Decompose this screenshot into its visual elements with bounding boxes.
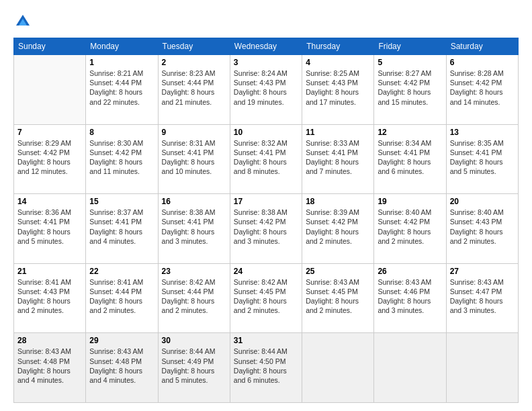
day-info: Sunrise: 8:41 AMSunset: 4:43 PMDaylight:… (17, 277, 82, 316)
day-info: Sunrise: 8:43 AMSunset: 4:48 PMDaylight:… (89, 347, 154, 385)
day-cell: 20Sunrise: 8:40 AMSunset: 4:43 PMDayligh… (446, 194, 518, 264)
day-cell: 31Sunrise: 8:44 AMSunset: 4:50 PMDayligh… (230, 333, 302, 403)
day-number: 4 (306, 58, 370, 67)
day-number: 16 (162, 197, 226, 206)
day-info: Sunrise: 8:28 AMSunset: 4:42 PMDaylight:… (450, 68, 515, 107)
day-cell (446, 333, 518, 403)
logo-icon (13, 12, 32, 31)
day-number: 23 (162, 267, 226, 276)
day-info: Sunrise: 8:21 AMSunset: 4:44 PMDaylight:… (89, 68, 154, 107)
day-info: Sunrise: 8:32 AMSunset: 4:41 PMDaylight:… (234, 138, 298, 177)
day-cell: 22Sunrise: 8:41 AMSunset: 4:44 PMDayligh… (86, 263, 158, 333)
day-cell: 10Sunrise: 8:32 AMSunset: 4:41 PMDayligh… (230, 124, 302, 194)
day-info: Sunrise: 8:38 AMSunset: 4:42 PMDaylight:… (234, 208, 298, 246)
week-row-1: 1Sunrise: 8:21 AMSunset: 4:44 PMDaylight… (14, 55, 519, 125)
day-number: 26 (378, 267, 442, 276)
weekday-header-thursday: Thursday (302, 38, 374, 55)
day-number: 7 (17, 128, 82, 137)
week-row-4: 21Sunrise: 8:41 AMSunset: 4:43 PMDayligh… (14, 263, 519, 333)
week-row-3: 14Sunrise: 8:36 AMSunset: 4:41 PMDayligh… (14, 194, 519, 264)
day-info: Sunrise: 8:39 AMSunset: 4:42 PMDaylight:… (306, 208, 370, 246)
weekday-header-tuesday: Tuesday (158, 38, 230, 55)
day-number: 2 (162, 58, 226, 67)
weekday-header-monday: Monday (86, 38, 158, 55)
day-info: Sunrise: 8:34 AMSunset: 4:41 PMDaylight:… (378, 138, 442, 177)
day-info: Sunrise: 8:25 AMSunset: 4:43 PMDaylight:… (306, 68, 370, 107)
calendar-table: SundayMondayTuesdayWednesdayThursdayFrid… (13, 38, 519, 403)
day-cell: 12Sunrise: 8:34 AMSunset: 4:41 PMDayligh… (374, 124, 446, 194)
day-info: Sunrise: 8:33 AMSunset: 4:41 PMDaylight:… (306, 138, 370, 177)
weekday-header-friday: Friday (374, 38, 446, 55)
day-cell: 19Sunrise: 8:40 AMSunset: 4:42 PMDayligh… (374, 194, 446, 264)
day-cell: 13Sunrise: 8:35 AMSunset: 4:41 PMDayligh… (446, 124, 518, 194)
day-number: 11 (306, 128, 370, 137)
day-number: 20 (450, 197, 515, 206)
weekday-header-saturday: Saturday (446, 38, 518, 55)
header (13, 12, 519, 31)
day-number: 19 (378, 197, 442, 206)
day-cell: 26Sunrise: 8:43 AMSunset: 4:46 PMDayligh… (374, 263, 446, 333)
day-info: Sunrise: 8:42 AMSunset: 4:45 PMDaylight:… (234, 277, 298, 316)
day-cell: 18Sunrise: 8:39 AMSunset: 4:42 PMDayligh… (302, 194, 374, 264)
day-cell: 1Sunrise: 8:21 AMSunset: 4:44 PMDaylight… (86, 55, 158, 125)
day-info: Sunrise: 8:30 AMSunset: 4:42 PMDaylight:… (89, 138, 154, 177)
day-info: Sunrise: 8:43 AMSunset: 4:47 PMDaylight:… (450, 277, 515, 316)
day-number: 22 (89, 267, 154, 276)
day-number: 10 (234, 128, 298, 137)
day-cell: 3Sunrise: 8:24 AMSunset: 4:43 PMDaylight… (230, 55, 302, 125)
day-cell: 7Sunrise: 8:29 AMSunset: 4:42 PMDaylight… (14, 124, 86, 194)
day-info: Sunrise: 8:38 AMSunset: 4:41 PMDaylight:… (162, 208, 226, 246)
day-cell (14, 55, 86, 125)
day-number: 5 (378, 58, 442, 67)
day-cell: 5Sunrise: 8:27 AMSunset: 4:42 PMDaylight… (374, 55, 446, 125)
day-number: 21 (17, 267, 82, 276)
day-number: 9 (162, 128, 226, 137)
day-info: Sunrise: 8:35 AMSunset: 4:41 PMDaylight:… (450, 138, 515, 177)
day-cell: 30Sunrise: 8:44 AMSunset: 4:49 PMDayligh… (158, 333, 230, 403)
day-info: Sunrise: 8:43 AMSunset: 4:48 PMDaylight:… (17, 347, 82, 385)
day-info: Sunrise: 8:43 AMSunset: 4:46 PMDaylight:… (378, 277, 442, 316)
day-cell: 8Sunrise: 8:30 AMSunset: 4:42 PMDaylight… (86, 124, 158, 194)
day-cell: 21Sunrise: 8:41 AMSunset: 4:43 PMDayligh… (14, 263, 86, 333)
day-info: Sunrise: 8:40 AMSunset: 4:42 PMDaylight:… (378, 208, 442, 246)
day-number: 8 (89, 128, 154, 137)
day-number: 13 (450, 128, 515, 137)
day-cell: 14Sunrise: 8:36 AMSunset: 4:41 PMDayligh… (14, 194, 86, 264)
day-cell: 6Sunrise: 8:28 AMSunset: 4:42 PMDaylight… (446, 55, 518, 125)
day-info: Sunrise: 8:31 AMSunset: 4:41 PMDaylight:… (162, 138, 226, 177)
day-number: 1 (89, 58, 154, 67)
day-number: 31 (234, 336, 298, 345)
day-number: 15 (89, 197, 154, 206)
day-cell (302, 333, 374, 403)
page: SundayMondayTuesdayWednesdayThursdayFrid… (0, 0, 532, 411)
day-number: 30 (162, 336, 226, 345)
day-info: Sunrise: 8:29 AMSunset: 4:42 PMDaylight:… (17, 138, 82, 177)
day-info: Sunrise: 8:36 AMSunset: 4:41 PMDaylight:… (17, 208, 82, 246)
day-number: 24 (234, 267, 298, 276)
day-number: 29 (89, 336, 154, 345)
day-cell: 17Sunrise: 8:38 AMSunset: 4:42 PMDayligh… (230, 194, 302, 264)
day-info: Sunrise: 8:44 AMSunset: 4:49 PMDaylight:… (162, 347, 226, 385)
day-info: Sunrise: 8:37 AMSunset: 4:41 PMDaylight:… (89, 208, 154, 246)
day-cell: 27Sunrise: 8:43 AMSunset: 4:47 PMDayligh… (446, 263, 518, 333)
weekday-header-row: SundayMondayTuesdayWednesdayThursdayFrid… (14, 38, 519, 55)
day-info: Sunrise: 8:41 AMSunset: 4:44 PMDaylight:… (89, 277, 154, 316)
day-number: 3 (234, 58, 298, 67)
day-cell: 15Sunrise: 8:37 AMSunset: 4:41 PMDayligh… (86, 194, 158, 264)
day-number: 6 (450, 58, 515, 67)
day-info: Sunrise: 8:27 AMSunset: 4:42 PMDaylight:… (378, 68, 442, 107)
week-row-2: 7Sunrise: 8:29 AMSunset: 4:42 PMDaylight… (14, 124, 519, 194)
day-number: 28 (17, 336, 82, 345)
day-cell: 23Sunrise: 8:42 AMSunset: 4:44 PMDayligh… (158, 263, 230, 333)
day-number: 17 (234, 197, 298, 206)
day-cell: 9Sunrise: 8:31 AMSunset: 4:41 PMDaylight… (158, 124, 230, 194)
day-info: Sunrise: 8:40 AMSunset: 4:43 PMDaylight:… (450, 208, 515, 246)
day-cell: 2Sunrise: 8:23 AMSunset: 4:44 PMDaylight… (158, 55, 230, 125)
day-cell: 24Sunrise: 8:42 AMSunset: 4:45 PMDayligh… (230, 263, 302, 333)
weekday-header-sunday: Sunday (14, 38, 86, 55)
day-info: Sunrise: 8:43 AMSunset: 4:45 PMDaylight:… (306, 277, 370, 316)
day-info: Sunrise: 8:23 AMSunset: 4:44 PMDaylight:… (162, 68, 226, 107)
day-number: 25 (306, 267, 370, 276)
day-cell (374, 333, 446, 403)
day-number: 27 (450, 267, 515, 276)
